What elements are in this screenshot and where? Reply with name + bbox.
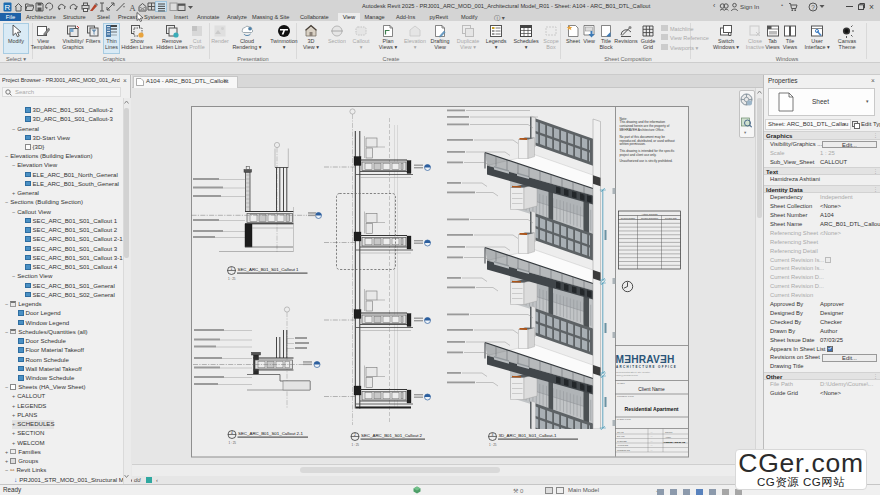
svg-text:1 : 25: 1 : 25: [229, 441, 237, 445]
svg-text:APPROVED: APPROVED: [617, 444, 629, 446]
svg-text:?: ?: [811, 3, 815, 10]
svg-text:SEC_ARC_B01_S01_Callout 2: SEC_ARC_B01_S01_Callout 2: [361, 433, 423, 438]
svg-text:Residential Apartment: Residential Apartment: [625, 406, 679, 412]
svg-text:Unauthorized use is strictly p: Unauthorized use is strictly prohibited.: [620, 159, 673, 163]
svg-text:A: A: [129, 2, 136, 12]
svg-text:SCALE: SCALE: [617, 431, 624, 433]
svg-text:Revision Description: Revision Description: [641, 217, 658, 219]
svg-text:SHEET TITLE: SHEET TITLE: [617, 418, 631, 420]
svg-text:1 : 25: 1 : 25: [489, 443, 497, 447]
svg-text:2: 2: [354, 433, 356, 437]
svg-text:4: 4: [231, 431, 233, 435]
svg-text:PROJECT NO: PROJECT NO: [617, 449, 630, 451]
svg-text:CLIENT: CLIENT: [617, 382, 625, 384]
svg-text:—: —: [651, 440, 653, 442]
svg-text:3D_ARC_B01_S01_Callout-1: 3D_ARC_B01_S01_Callout-1: [499, 433, 557, 438]
svg-text:1 : 25: 1 : 25: [228, 277, 236, 281]
svg-text:DRAWN: DRAWN: [617, 435, 625, 437]
svg-text:SEC_ARC_B01_S01_Callout 2-1: SEC_ARC_B01_S01_Callout 2-1: [238, 431, 303, 436]
svg-text:MƎHRAVƎH: MƎHRAVƎH: [616, 354, 675, 365]
svg-text:project and client use only.: project and client use only.: [620, 153, 657, 157]
svg-text:Revision Number: Revision Number: [621, 217, 636, 219]
svg-text:Revision Date: Revision Date: [665, 217, 677, 219]
svg-text:written permission.: written permission.: [620, 142, 646, 146]
svg-text:CHECKED: CHECKED: [617, 440, 627, 442]
svg-text:3: 3: [492, 433, 494, 437]
svg-text:—: —: [651, 435, 653, 437]
svg-text:1: 1: [231, 267, 233, 271]
svg-text:7/3/2025 4:58:36 PM: 7/3/2025 4:58:36 PM: [664, 441, 686, 443]
svg-text:—: —: [651, 431, 653, 433]
svg-text:1 : 25: 1 : 25: [352, 443, 360, 447]
svg-text:MEHRAVEH Architecture Office.: MEHRAVEH Architecture Office.: [620, 128, 665, 132]
svg-text:—: —: [651, 444, 653, 446]
svg-text:Author: Author: [665, 436, 671, 438]
svg-text:Checker: Checker: [665, 431, 673, 433]
svg-text:SEC_ARC_B01_S01_Callout 1: SEC_ARC_B01_S01_Callout 1: [238, 267, 300, 272]
svg-text:—: —: [651, 449, 653, 451]
svg-text:Article Callouts: Article Callouts: [642, 213, 659, 216]
svg-text:PROJECT TITLE: PROJECT TITLE: [617, 395, 634, 397]
svg-text:ARCHITECTURE OFFICE: ARCHITECTURE OFFICE: [616, 365, 677, 369]
svg-text:R: R: [4, 3, 10, 12]
svg-text:Client Name: Client Name: [638, 387, 665, 392]
